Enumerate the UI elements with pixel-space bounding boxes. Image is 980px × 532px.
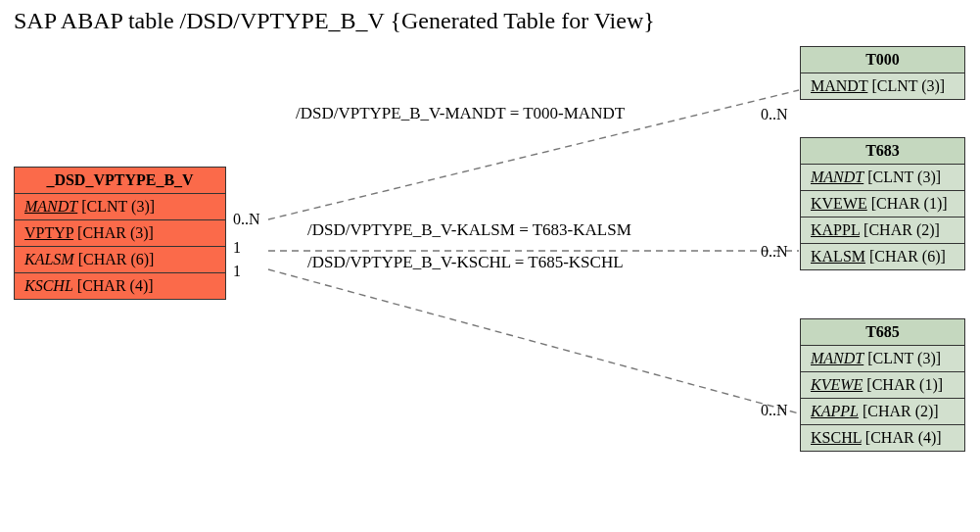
field-name: VPTYP <box>24 224 73 241</box>
svg-line-2 <box>268 269 799 413</box>
entity-t683: T683 MANDT [CLNT (3)] KVEWE [CHAR (1)] K… <box>800 137 965 270</box>
field-name: KAPPL <box>811 221 860 238</box>
field-name: KVEWE <box>811 376 863 393</box>
entity-row: KSCHL [CHAR (4)] <box>15 273 225 299</box>
entity-t685-header: T685 <box>801 319 964 346</box>
entity-row: KALSM [CHAR (6)] <box>801 244 964 269</box>
field-type: [CHAR (6)] <box>78 251 155 267</box>
field-name: MANDT <box>811 169 863 185</box>
entity-row: MANDT [CLNT (3)] <box>801 165 964 191</box>
field-name: KSCHL <box>24 277 73 294</box>
field-type: [CLNT (3)] <box>867 169 941 185</box>
entity-row: KALSM [CHAR (6)] <box>15 247 225 273</box>
card-src-t000: 0..N <box>233 211 260 228</box>
field-type: [CLNT (3)] <box>867 350 941 366</box>
entity-row: KVEWE [CHAR (1)] <box>801 191 964 218</box>
field-type: [CHAR (3)] <box>77 224 154 241</box>
field-type: [CHAR (6)] <box>869 248 946 265</box>
field-name: KALSM <box>811 248 865 265</box>
field-name: KVEWE <box>811 195 867 212</box>
entity-row: KAPPL [CHAR (2)] <box>801 218 964 244</box>
card-tgt-t683: 0..N <box>761 243 788 261</box>
field-type: [CHAR (2)] <box>863 403 939 419</box>
entity-row: KAPPL [CHAR (2)] <box>801 399 964 425</box>
field-name: KSCHL <box>811 429 862 446</box>
entity-t685: T685 MANDT [CLNT (3)] KVEWE [CHAR (1)] K… <box>800 318 965 452</box>
field-type: [CHAR (1)] <box>866 376 943 393</box>
relation-label-t000: /DSD/VPTYPE_B_V-MANDT = T000-MANDT <box>296 104 625 123</box>
field-name: MANDT <box>811 350 863 366</box>
field-name: KAPPL <box>811 403 859 419</box>
page-title: SAP ABAP table /DSD/VPTYPE_B_V {Generate… <box>14 8 655 34</box>
entity-row: VPTYP [CHAR (3)] <box>15 220 225 247</box>
field-name: MANDT <box>811 77 867 94</box>
entity-source: _DSD_VPTYPE_B_V MANDT [CLNT (3)] VPTYP [… <box>14 167 226 300</box>
entity-source-header: _DSD_VPTYPE_B_V <box>15 168 225 194</box>
field-name: MANDT <box>24 198 77 215</box>
entity-row: MANDT [CLNT (3)] <box>801 346 964 372</box>
entity-row: KSCHL [CHAR (4)] <box>801 425 964 451</box>
field-type: [CHAR (4)] <box>865 429 942 446</box>
field-type: [CLNT (3)] <box>871 77 945 94</box>
relation-label-t683: /DSD/VPTYPE_B_V-KALSM = T683-KALSM <box>307 220 631 240</box>
entity-row: MANDT [CLNT (3)] <box>15 194 225 220</box>
entity-row: KVEWE [CHAR (1)] <box>801 372 964 399</box>
field-type: [CLNT (3)] <box>81 198 155 215</box>
card-tgt-t000: 0..N <box>761 106 788 123</box>
entity-t000: T000 MANDT [CLNT (3)] <box>800 46 965 100</box>
entity-t000-header: T000 <box>801 47 964 73</box>
card-tgt-t685: 0..N <box>761 402 788 419</box>
field-type: [CHAR (1)] <box>871 195 948 212</box>
relation-label-t685: /DSD/VPTYPE_B_V-KSCHL = T685-KSCHL <box>307 253 624 272</box>
field-name: KALSM <box>24 251 74 267</box>
entity-t683-header: T683 <box>801 138 964 165</box>
field-type: [CHAR (2)] <box>863 221 940 238</box>
card-src-t683: 1 <box>233 239 241 257</box>
entity-row: MANDT [CLNT (3)] <box>801 73 964 99</box>
card-src-t685: 1 <box>233 263 241 280</box>
field-type: [CHAR (4)] <box>77 277 154 294</box>
